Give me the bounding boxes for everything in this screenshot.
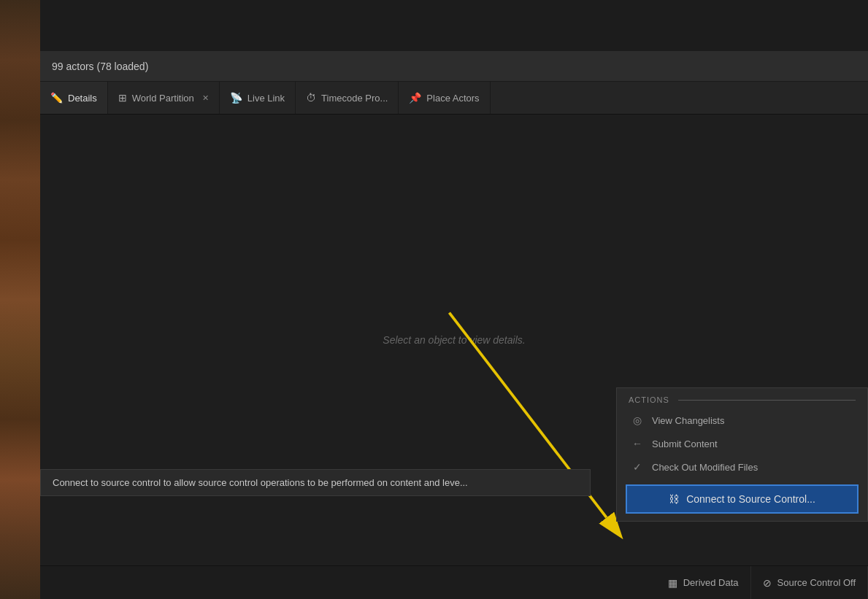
top-bar <box>40 0 868 51</box>
status-spacer <box>40 566 656 599</box>
tab-timecode[interactable]: ⏱ Timecode Pro... <box>296 82 399 114</box>
connect-source-control-label: Connect to Source Control... <box>686 493 815 505</box>
tooltip-text: Connect to source control to allow sourc… <box>53 477 468 488</box>
status-bar: ▦ Derived Data ⊘ Source Control Off <box>40 565 868 599</box>
tab-timecode-label: Timecode Pro... <box>321 93 388 104</box>
close-world-partition-btn[interactable]: ✕ <box>202 93 209 103</box>
action-submit-content[interactable]: ← Submit Content <box>617 432 867 455</box>
actions-divider <box>678 400 856 401</box>
action-check-out-modified[interactable]: ✓ Check Out Modified Files <box>617 455 867 479</box>
tab-place-actors[interactable]: 📌 Place Actors <box>399 82 490 114</box>
tab-world-partition[interactable]: ⊞ World Partition ✕ <box>108 82 220 114</box>
action-view-changelists[interactable]: ◎ View Changelists <box>617 409 867 432</box>
status-source-control-off[interactable]: ⊘ Source Control Off <box>751 566 868 599</box>
view-changelists-label: View Changelists <box>652 415 724 426</box>
tab-details-label: Details <box>68 93 97 104</box>
select-hint: Select an object to view details. <box>383 334 525 346</box>
connect-btn-row: ⛓ Connect to Source Control... <box>617 479 867 521</box>
world-partition-icon: ⊞ <box>118 92 127 104</box>
tab-live-link-label: Live Link <box>247 93 285 104</box>
live-link-icon: 📡 <box>230 92 242 104</box>
submit-content-icon: ← <box>631 438 643 449</box>
source-control-off-label: Source Control Off <box>777 577 856 588</box>
tab-live-link[interactable]: 📡 Live Link <box>220 82 296 114</box>
submit-content-label: Submit Content <box>652 438 718 449</box>
actor-count-bar: 99 actors (78 loaded) <box>40 51 868 82</box>
actions-menu: ACTIONS ◎ View Changelists ← Submit Cont… <box>616 387 868 522</box>
main-content: 99 actors (78 loaded) ✏️ Details ⊞ World… <box>40 0 868 599</box>
place-actors-icon: 📌 <box>409 92 421 104</box>
details-icon: ✏️ <box>50 92 63 104</box>
left-panel <box>0 0 40 599</box>
actions-label: ACTIONS <box>629 395 669 404</box>
connect-source-control-button[interactable]: ⛓ Connect to Source Control... <box>626 484 859 514</box>
tabs-bar: ✏️ Details ⊞ World Partition ✕ 📡 Live Li… <box>40 82 868 115</box>
check-out-modified-label: Check Out Modified Files <box>652 462 758 473</box>
derived-data-label: Derived Data <box>683 577 739 588</box>
panel-body: Select an object to view details. Connec… <box>40 115 868 565</box>
timecode-icon: ⏱ <box>306 92 316 104</box>
actor-count-text: 99 actors (78 loaded) <box>52 61 148 72</box>
view-changelists-icon: ◎ <box>631 414 643 426</box>
actions-header: ACTIONS <box>617 388 867 409</box>
tab-details[interactable]: ✏️ Details <box>40 82 108 114</box>
source-control-off-icon: ⊘ <box>763 577 772 589</box>
status-derived-data[interactable]: ▦ Derived Data <box>656 566 751 599</box>
derived-data-icon: ▦ <box>668 577 677 589</box>
tab-world-partition-label: World Partition <box>132 93 194 104</box>
check-out-modified-icon: ✓ <box>631 461 643 473</box>
tooltip-box: Connect to source control to allow sourc… <box>40 469 591 496</box>
connect-source-control-icon: ⛓ <box>669 493 679 505</box>
tab-place-actors-label: Place Actors <box>426 93 479 104</box>
